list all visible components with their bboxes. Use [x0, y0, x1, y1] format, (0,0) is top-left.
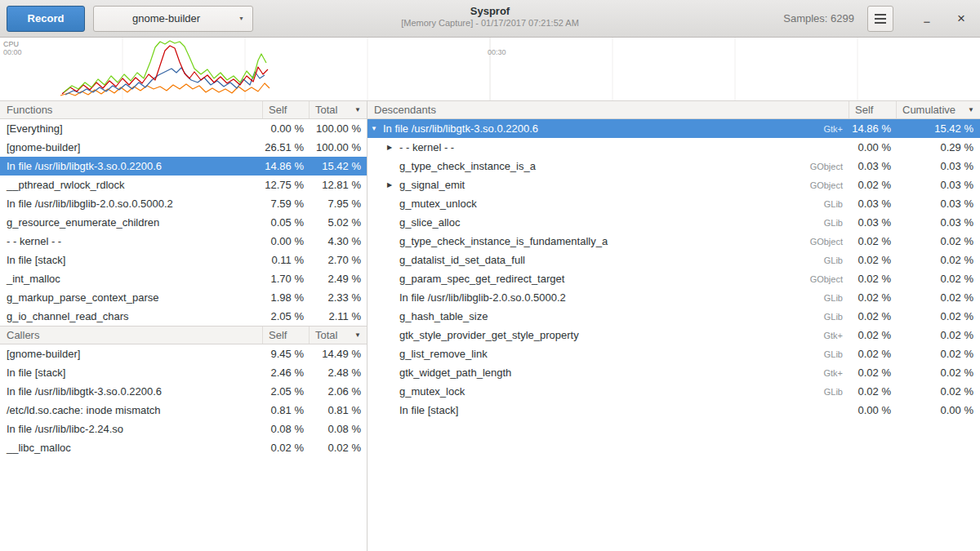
category-label: GLib [824, 312, 849, 322]
cell-cumulative-percent: 0.02 % [897, 235, 980, 247]
menu-button[interactable] [867, 6, 893, 32]
cell-function-name: In file /usr/lib/libgtk-3.so.0.2200.6 [0, 160, 263, 172]
cpu-timeline-graph[interactable]: CPU 00:00 00:30 [0, 38, 980, 100]
descendants-row[interactable]: g_slice_allocGLib0.03 %0.03 % [368, 213, 980, 232]
cell-function-name: In file [stack] [368, 404, 849, 416]
header-bar: Record gnome-builder ▼ Sysprof [Memory C… [0, 0, 980, 38]
functions-row[interactable]: [Everything]0.00 %100.00 % [0, 119, 367, 138]
function-name-label: In file /usr/lib/libglib-2.0.so.0.5000.2 [399, 291, 566, 304]
cell-self-percent: 1.70 % [263, 273, 310, 285]
cell-self-percent: 0.02 % [849, 235, 897, 247]
callers-row[interactable]: In file /usr/lib/libgtk-3.so.0.2200.62.0… [0, 382, 367, 401]
minimize-button[interactable]: − [915, 7, 939, 31]
function-name-label: g_param_spec_get_redirect_target [399, 273, 564, 285]
cell-function-name: g_type_check_instance_is_aGObject [368, 160, 849, 172]
cell-self-percent: 0.02 % [849, 367, 897, 379]
callers-row[interactable]: [gnome-builder]9.45 %14.49 % [0, 344, 367, 363]
category-label: GLib [824, 199, 849, 209]
functions-row[interactable]: g_io_channel_read_chars2.05 %2.11 % [0, 307, 367, 326]
right-pane: Descendants Self Cumulative ▼ ▼In file /… [368, 100, 980, 551]
record-button[interactable]: Record [7, 6, 85, 32]
function-name-label: g_type_check_instance_is_fundamentally_a [399, 235, 608, 247]
minimize-icon: − [924, 15, 931, 29]
cpu-line-red [62, 46, 268, 94]
category-label: GObject [810, 237, 849, 247]
callers-self-column-header[interactable]: Self [263, 327, 310, 344]
cell-total-percent: 5.02 % [310, 216, 367, 229]
close-icon: × [957, 11, 965, 27]
descendants-cumulative-column-header[interactable]: Cumulative ▼ [897, 101, 980, 118]
expander-open-icon[interactable]: ▼ [371, 125, 383, 132]
descendants-row[interactable]: gtk_widget_path_lengthGtk+0.02 %0.02 % [368, 363, 980, 382]
cell-total-percent: 2.33 % [310, 291, 367, 304]
cell-total-percent: 100.00 % [310, 122, 367, 135]
descendants-row[interactable]: In file [stack]0.00 %0.00 % [368, 401, 980, 420]
descendants-row[interactable]: g_datalist_id_set_data_fullGLib0.02 %0.0… [368, 251, 980, 269]
callers-total-column-header[interactable]: Total ▼ [310, 327, 367, 344]
callers-column-header[interactable]: Callers [0, 327, 263, 344]
functions-row[interactable]: g_resource_enumerate_children0.05 %5.02 … [0, 213, 367, 232]
descendants-row[interactable]: g_mutex_lockGLib0.02 %0.02 % [368, 382, 980, 401]
functions-row[interactable]: In file /usr/lib/libglib-2.0.so.0.5000.2… [0, 194, 367, 213]
hamburger-icon [875, 14, 886, 16]
self-column-label: Self [269, 104, 287, 116]
descendants-self-column-header[interactable]: Self [849, 101, 897, 118]
functions-row[interactable]: In file /usr/lib/libgtk-3.so.0.2200.614.… [0, 157, 367, 176]
cell-self-percent: 0.00 % [849, 404, 897, 416]
callers-row[interactable]: /etc/ld.so.cache: inode mismatch0.81 %0.… [0, 401, 367, 420]
timeline-tick-start: 00:00 [3, 49, 22, 56]
timeline-tick-mid: 00:30 [488, 49, 506, 56]
expander-closed-icon[interactable]: ▶ [387, 181, 399, 189]
callers-row[interactable]: In file [stack]2.46 %2.48 % [0, 363, 367, 382]
callers-row[interactable]: __libc_malloc0.02 %0.02 % [0, 438, 367, 457]
descendants-row[interactable]: In file /usr/lib/libglib-2.0.so.0.5000.2… [368, 288, 980, 307]
functions-row[interactable]: - - kernel - -0.00 %4.30 % [0, 232, 367, 251]
functions-row[interactable]: __pthread_rwlock_rdlock12.75 %12.81 % [0, 176, 367, 194]
descendants-row[interactable]: ▶g_signal_emitGObject0.02 %0.03 % [368, 176, 980, 194]
descendants-row[interactable]: g_type_check_instance_is_fundamentally_a… [368, 232, 980, 251]
cell-cumulative-percent: 0.03 % [897, 179, 980, 191]
descendants-row[interactable]: g_list_remove_linkGLib0.02 %0.02 % [368, 344, 980, 363]
cell-function-name: [gnome-builder] [0, 348, 263, 360]
functions-row[interactable]: [gnome-builder]26.51 %100.00 % [0, 138, 367, 157]
close-button[interactable]: × [949, 7, 973, 31]
cell-function-name: g_markup_parse_context_parse [0, 291, 263, 304]
category-label: GLib [824, 293, 849, 303]
descendants-row[interactable]: g_param_spec_get_redirect_targetGObject0… [368, 269, 980, 288]
functions-column-header[interactable]: Functions [0, 101, 263, 118]
descendants-row[interactable]: gtk_style_provider_get_style_propertyGtk… [368, 326, 980, 344]
functions-total-column-header[interactable]: Total ▼ [310, 101, 367, 118]
descendants-row[interactable]: ▼In file /usr/lib/libgtk-3.so.0.2200.6Gt… [368, 119, 980, 138]
self-column-label: Self [269, 329, 287, 341]
target-combobox[interactable]: gnome-builder ▼ [93, 6, 253, 32]
cell-function-name: g_io_channel_read_chars [0, 310, 263, 322]
descendants-row[interactable]: g_mutex_unlockGLib0.03 %0.03 % [368, 194, 980, 213]
descendants-row[interactable]: g_type_check_instance_is_aGObject0.03 %0… [368, 157, 980, 176]
cell-self-percent: 0.03 % [849, 160, 897, 172]
callers-row[interactable]: In file /usr/lib/libc-2.24.so0.08 %0.08 … [0, 420, 367, 438]
functions-row[interactable]: g_markup_parse_context_parse1.98 %2.33 % [0, 288, 367, 307]
cell-function-name: g_mutex_unlockGLib [368, 198, 849, 210]
cell-cumulative-percent: 0.02 % [897, 348, 980, 360]
descendants-row[interactable]: g_hash_table_sizeGLib0.02 %0.02 % [368, 307, 980, 326]
descendants-row[interactable]: ▶- - kernel - -0.00 %0.29 % [368, 138, 980, 157]
chevron-down-icon: ▼ [238, 16, 244, 21]
cell-function-name: ▶g_signal_emitGObject [368, 179, 849, 191]
function-name-label: g_signal_emit [399, 179, 465, 191]
cell-self-percent: 0.02 % [849, 329, 897, 341]
function-name-label: g_datalist_id_set_data_full [399, 254, 525, 266]
cell-function-name: __pthread_rwlock_rdlock [0, 179, 263, 191]
functions-self-column-header[interactable]: Self [263, 101, 310, 118]
cell-self-percent: 1.98 % [263, 291, 310, 304]
functions-row[interactable]: _int_malloc1.70 %2.49 % [0, 269, 367, 288]
cell-self-percent: 0.02 % [849, 273, 897, 285]
expander-closed-icon[interactable]: ▶ [387, 144, 399, 151]
function-name-label: - - kernel - - [399, 141, 454, 153]
descendants-column-header[interactable]: Descendants [368, 101, 849, 118]
cell-self-percent: 0.05 % [263, 216, 310, 229]
functions-row[interactable]: In file [stack]0.11 %2.70 % [0, 251, 367, 269]
cpu-graph-label: CPU [3, 41, 19, 48]
function-name-label: g_mutex_unlock [399, 198, 477, 210]
function-name-label: In file [stack] [399, 404, 458, 416]
cpu-graph-canvas [0, 38, 980, 100]
